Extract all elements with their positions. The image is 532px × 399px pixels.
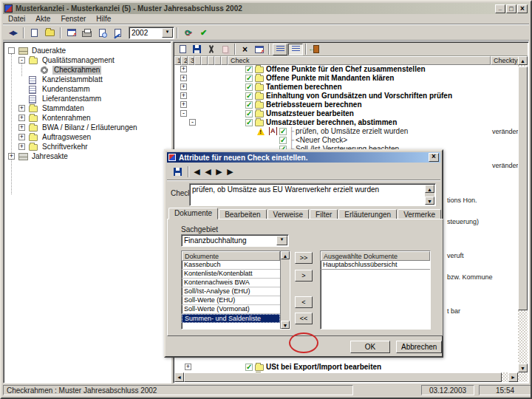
view-list-button[interactable] bbox=[273, 44, 287, 55]
checked-checkbox-icon[interactable]: ✓ bbox=[279, 137, 287, 144]
tree-item-auftragswesen[interactable]: +Auftragswesen bbox=[5, 133, 169, 143]
tree-item-label[interactable]: Checkrahmen bbox=[52, 66, 101, 75]
nav-previous-icon[interactable]: ◀ bbox=[202, 167, 214, 177]
menu-hilfe[interactable]: Hilfe bbox=[91, 14, 116, 24]
checked-checkbox-icon[interactable]: ✓ bbox=[279, 128, 287, 135]
horizontal-scrollbar[interactable] bbox=[174, 372, 518, 382]
checkrahmen-button[interactable]: ✔ bbox=[196, 26, 211, 39]
delete-button[interactable]: × bbox=[238, 44, 252, 55]
chevron-down-icon[interactable] bbox=[276, 236, 287, 245]
document-list-item[interactable]: Soll-Werte (Vormonat) bbox=[182, 305, 280, 314]
expand-icon[interactable]: + bbox=[180, 66, 187, 72]
menu-akte[interactable]: Akte bbox=[30, 14, 55, 24]
check-row-ust-bei-export-import-bearbeiten[interactable]: +✓USt bei Export/Import bearbeiten bbox=[174, 363, 518, 372]
tree-item-kanzleistammblatt[interactable]: Kanzleistammblatt bbox=[5, 75, 169, 85]
transfer-left-button[interactable]: < bbox=[295, 296, 313, 308]
scroll-down-icon[interactable] bbox=[425, 197, 434, 205]
tab-bearbeiten[interactable]: Bearbeiten bbox=[219, 209, 266, 219]
scroll-down-icon[interactable] bbox=[518, 364, 528, 372]
checked-checkbox-icon[interactable]: ✓ bbox=[245, 83, 253, 91]
tree-item-dauerakte[interactable]: Dauerakte bbox=[5, 47, 169, 56]
check-label[interactable]: Betriebssteuern berechnen bbox=[266, 100, 362, 109]
document-list-item[interactable]: Soll/Ist-Analyse (EHU) bbox=[182, 287, 280, 296]
tree-item-stammdaten[interactable]: +Stammdaten bbox=[5, 104, 169, 114]
check-label[interactable]: prüfen, ob Umsätze erzielt wurden bbox=[296, 127, 408, 136]
transfer-all-left-button[interactable]: << bbox=[295, 313, 313, 324]
nav-next-icon[interactable]: ▶ bbox=[214, 167, 225, 177]
tree-item-bwa-bilanz-erl-uterungen[interactable]: +BWA / Bilanz / Erläuterungen bbox=[5, 123, 169, 133]
node-box-icon[interactable] bbox=[8, 47, 15, 54]
collapse-icon[interactable]: - bbox=[189, 119, 196, 126]
check-label[interactable]: Umsatzsteuer berechnen, abstimmen bbox=[266, 118, 397, 127]
year-combobox[interactable]: 2002 bbox=[129, 27, 174, 39]
copy-button[interactable] bbox=[218, 44, 232, 55]
check-text-input[interactable]: prüfen, ob Umsätze aus EU Warenverkehr e… bbox=[189, 183, 436, 206]
collapse-icon[interactable]: - bbox=[180, 110, 187, 117]
scroll-up-icon[interactable] bbox=[518, 56, 528, 65]
text-scrollbar[interactable] bbox=[425, 185, 434, 205]
check-label[interactable]: <Neuer Check> bbox=[296, 136, 347, 145]
exit-button[interactable] bbox=[309, 44, 323, 55]
view-details-button[interactable] bbox=[288, 44, 303, 55]
expand-icon[interactable]: + bbox=[18, 124, 25, 131]
check-row-offene-punkte-mit-mandanten-kl-ren[interactable]: +✓Offene Punkte mit Mandanten klären bbox=[174, 74, 518, 83]
expand-icon[interactable]: + bbox=[18, 115, 25, 121]
tab-verweise[interactable]: Verweise bbox=[267, 209, 310, 219]
column-header-2[interactable]: 2 bbox=[181, 56, 188, 65]
new-check-button[interactable] bbox=[176, 44, 190, 55]
print-button[interactable] bbox=[79, 26, 95, 39]
tree-item-label[interactable]: Kundenstamm bbox=[41, 85, 91, 94]
checked-checkbox-icon[interactable]: ✓ bbox=[245, 75, 253, 82]
tree-item-jahresakte[interactable]: +Jahresakte bbox=[5, 152, 169, 162]
tree-item-lieferantenstamm[interactable]: Lieferantenstamm bbox=[5, 95, 169, 104]
expand-icon[interactable]: + bbox=[18, 143, 25, 150]
column-header-1[interactable]: 1 bbox=[174, 56, 181, 65]
column-header-3[interactable]: 3 bbox=[188, 56, 194, 65]
menu-fenster[interactable]: Fenster bbox=[55, 14, 91, 24]
expand-icon[interactable]: + bbox=[180, 83, 187, 90]
tree-item-label[interactable]: Jahresakte bbox=[30, 152, 69, 161]
check-row-umsatzsteuer-bearbeiten[interactable]: -✓Umsatzsteuer bearbeiten bbox=[174, 109, 518, 118]
check-row-einhaltung-von-grunds-tzen-und-vorschriften-pr-fen[interactable]: +✓Einhaltung von Grundsätzen und Vorschr… bbox=[174, 92, 518, 100]
sachgebiet-combobox[interactable]: Finanzbuchhaltung bbox=[181, 234, 289, 247]
checked-checkbox-icon[interactable]: ✓ bbox=[245, 364, 253, 371]
scroll-up-icon[interactable] bbox=[281, 251, 290, 259]
checked-checkbox-icon[interactable]: ✓ bbox=[245, 101, 253, 109]
column-header-check[interactable]: Check bbox=[228, 56, 491, 65]
tree-item-label[interactable]: Qualitätsmanagement bbox=[41, 56, 116, 65]
list-scrollbar[interactable] bbox=[280, 251, 290, 329]
tree-item-kontenrahmen[interactable]: +Kontenrahmen bbox=[5, 114, 169, 123]
edit-button[interactable] bbox=[110, 26, 126, 39]
open-window-button[interactable] bbox=[252, 44, 266, 55]
tree-item-label[interactable]: Kanzleistammblatt bbox=[41, 75, 104, 84]
tab-erl-uterungen[interactable]: Erläuterungen bbox=[338, 209, 397, 219]
tree-item-label[interactable]: Auftragswesen bbox=[41, 133, 92, 142]
document-list-item[interactable]: Kassenbuch bbox=[182, 261, 280, 270]
expand-icon[interactable]: + bbox=[18, 105, 25, 112]
save-button[interactable] bbox=[190, 44, 204, 55]
document-list-item[interactable]: Soll-Werte (EHU) bbox=[182, 296, 280, 305]
cancel-button[interactable]: Abbrechen bbox=[396, 341, 442, 353]
expand-icon[interactable]: + bbox=[18, 134, 25, 140]
tree-item-schriftverkehr[interactable]: +Schriftverkehr bbox=[5, 143, 169, 152]
document-list-item[interactable]: Kontenliste/Kontenblatt bbox=[182, 270, 280, 279]
chevron-down-icon[interactable] bbox=[162, 28, 173, 38]
minimize-button[interactable] bbox=[495, 4, 505, 13]
transfer-right-button[interactable]: > bbox=[295, 270, 313, 282]
expand-icon[interactable]: + bbox=[185, 364, 191, 370]
scroll-up-icon[interactable] bbox=[425, 185, 434, 193]
expand-icon[interactable]: + bbox=[180, 92, 187, 99]
new-document-button[interactable] bbox=[27, 26, 42, 39]
document-list-item[interactable]: Summen- und Saldenliste bbox=[182, 314, 280, 323]
tree-item-label[interactable]: Lieferantenstamm bbox=[41, 95, 103, 103]
nav-first-icon[interactable]: ◀ bbox=[191, 167, 202, 177]
open-folder-button[interactable] bbox=[42, 26, 58, 39]
checked-checkbox-icon[interactable]: ✓ bbox=[245, 66, 253, 73]
scrollbar-thumb[interactable] bbox=[518, 66, 528, 310]
dialog-save-button[interactable] bbox=[170, 166, 185, 179]
check-label[interactable]: Einhaltung von Grundsätzen und Vorschrif… bbox=[266, 92, 452, 100]
document-list-item[interactable]: Kontennachweis BWA bbox=[182, 279, 280, 287]
check-row-umsatzsteuer-berechnen-abstimmen[interactable]: -✓Umsatzsteuer berechnen, abstimmen bbox=[174, 118, 518, 127]
scroll-down-icon[interactable] bbox=[281, 321, 290, 329]
check-row-tantiemen-berechnen[interactable]: +✓Tantiemen berechnen bbox=[174, 83, 518, 92]
